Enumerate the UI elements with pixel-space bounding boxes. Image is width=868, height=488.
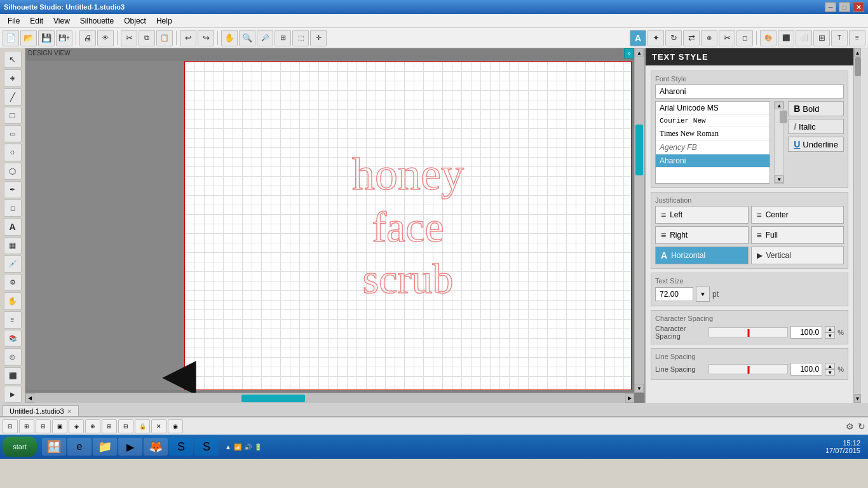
italic-button[interactable]: I Italic [788,119,844,134]
panel-scroll-thumb[interactable] [855,57,861,76]
line-spacing-down[interactable]: ▼ [825,369,835,376]
taskbar-app-files[interactable]: 📁 [93,438,117,456]
systray-arrow-icon[interactable]: ▲ [225,444,231,451]
char-spacing-up[interactable]: ▲ [825,326,835,332]
taskbar-app-ie[interactable]: e [67,438,92,456]
layers-tool[interactable]: ≡ [849,30,865,46]
zoom-fit-button[interactable]: ⊞ [275,30,291,46]
print-preview-button[interactable]: 👁 [97,30,114,46]
design-page[interactable]: honey face scrub [184,61,632,390]
text-tool-left[interactable]: A [4,218,22,235]
panel-scrollbar[interactable]: ▲ ▼ [853,48,861,403]
line-spacing-slider[interactable] [709,364,788,374]
align-tl-button[interactable]: ⊡ [3,419,18,433]
menu-file[interactable]: File [3,15,25,27]
gear-icon[interactable]: ⚙ [846,421,854,431]
character-spacing-value[interactable] [790,326,822,339]
vertical-button[interactable]: ▶ Vertical [751,247,844,264]
weld-tool[interactable]: ⊕ [701,30,717,46]
underline-button[interactable]: U Underline [788,137,844,152]
redo-button[interactable]: ↪ [198,30,214,46]
menu-object[interactable]: Object [119,15,151,27]
text-size-input[interactable] [655,287,693,301]
taskbar-clock[interactable]: 15:12 17/07/2015 [825,439,865,454]
mirror-tool[interactable]: ⇄ [683,30,700,46]
char-spacing-down[interactable]: ▼ [825,332,835,339]
zoom-in-button[interactable]: 🔍 [239,30,255,46]
scroll-up-arrow[interactable]: ▲ [635,48,644,57]
node-tool[interactable]: ◈ [4,69,22,86]
character-spacing-slider[interactable] [709,327,788,337]
pan-tool-left[interactable]: ✋ [4,292,22,309]
menu-help[interactable]: Help [151,15,177,27]
tab-close-button[interactable]: ✕ [67,408,72,415]
justify-full-button[interactable]: ≡ Full [751,226,844,244]
line-tool[interactable]: ╱ [4,88,22,105]
color-tool[interactable]: 🎨 [760,30,776,46]
line-spacing-up[interactable]: ▲ [825,363,835,369]
cut-button[interactable]: ✂ [121,30,137,46]
copy-button[interactable]: ⧉ [139,30,155,46]
design-text-area[interactable]: honey face scrub [352,147,464,304]
knife-tool[interactable]: ✂ [719,30,735,46]
font-name-input[interactable] [655,85,844,98]
fill-tool[interactable]: ⬛ [778,30,794,46]
refresh-icon[interactable]: ↻ [858,421,865,431]
taskbar-app-skype1[interactable]: S [169,438,193,456]
minimize-button[interactable]: ─ [825,2,836,12]
delete-button[interactable]: ✕ [151,419,166,433]
size-dropdown[interactable]: ▼ [696,287,710,302]
justify-right-button[interactable]: ≡ Right [655,226,749,244]
align-ml-button[interactable]: ▣ [52,419,67,433]
align-mc-button[interactable]: ◈ [69,419,84,433]
close-button[interactable]: ✕ [853,2,864,12]
stroke-tool[interactable]: ⬜ [796,30,812,46]
ellipse-tool[interactable]: ○ [4,144,22,161]
taskbar-app-firefox[interactable]: 🦊 [144,438,168,456]
bt-btn-10[interactable]: ◉ [168,419,183,433]
font-item-agency[interactable]: Agency FB [656,141,770,154]
fill-tool-left[interactable]: ▦ [4,237,22,254]
font-item-arial[interactable]: Arial Unicode MS [656,102,770,115]
print-button[interactable]: 🖨 [79,30,96,46]
menu-view[interactable]: View [48,15,75,27]
canvas-vertical-scrollbar[interactable]: ▲ ▼ [634,48,644,393]
maximize-button[interactable]: □ [839,2,850,12]
pan-button[interactable]: ✋ [221,30,238,46]
undo-button[interactable]: ↩ [180,30,196,46]
bold-button[interactable]: B Bold [788,101,844,116]
library-tool[interactable]: 📚 [4,330,22,347]
node-edit-tool[interactable]: ✦ [648,30,664,46]
cut-tool[interactable]: ▶ [4,386,22,403]
canvas-horizontal-thumb[interactable] [241,395,305,402]
layers-tool-left[interactable]: ≡ [4,311,22,329]
scroll-right-arrow[interactable]: ▶ [625,393,634,403]
justify-left-button[interactable]: ≡ Left [655,206,749,224]
text-tool[interactable]: T [831,30,848,46]
menu-silhouette[interactable]: Silhouette [75,15,119,27]
align-tr-button[interactable]: ⊟ [36,419,51,433]
save-as-button[interactable]: 💾+ [56,30,72,46]
justify-center-button[interactable]: ≡ Center [751,206,844,224]
expand-panel-button[interactable]: » [624,48,634,58]
font-list[interactable]: Arial Unicode MS Courier New Times New R… [655,101,770,184]
font-scroll-up[interactable]: ▲ [775,102,783,109]
lock-button[interactable]: 🔒 [135,419,150,433]
eraser-tool[interactable]: ◻ [736,30,753,46]
panel-scroll-track[interactable] [854,57,861,394]
pointer-tool[interactable]: ↖ [4,51,22,68]
horizontal-button[interactable]: A Horizontal [655,247,749,264]
new-button[interactable]: 📄 [3,30,19,46]
line-spacing-value[interactable] [790,363,822,376]
taskbar-app-skype2[interactable]: S [194,438,219,456]
scroll-down-arrow[interactable]: ▼ [635,384,644,393]
font-item-times[interactable]: Times New Roman [656,127,770,141]
rotate-tool[interactable]: ↻ [665,30,682,46]
page-tool[interactable]: ⬛ [4,367,22,384]
tab-untitled[interactable]: Untitled-1.studio3 ✕ [3,405,79,416]
align-tc-button[interactable]: ⊞ [19,419,34,433]
panel-scroll-up[interactable]: ▲ [854,48,861,57]
eraser-tool-left[interactable]: ◻ [4,200,22,217]
lasso-button[interactable]: ⬚ [292,30,309,46]
font-list-scrollbar[interactable]: ▲ ▼ [774,101,784,184]
